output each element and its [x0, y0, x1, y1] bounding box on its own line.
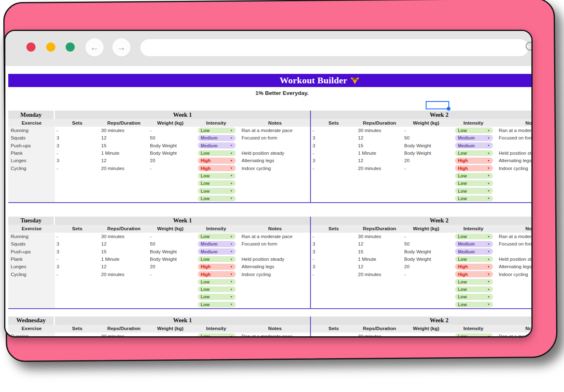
- column-header[interactable]: Notes: [240, 325, 310, 333]
- cell-sets[interactable]: 3: [310, 240, 356, 248]
- column-header[interactable]: Reps/Duration: [100, 119, 148, 127]
- cell-reps[interactable]: 30 minutes: [100, 127, 148, 134]
- cell-reps[interactable]: 1 Minute: [356, 255, 403, 263]
- cell-reps[interactable]: 1 Minute: [100, 255, 148, 263]
- cell-sets[interactable]: -: [55, 233, 100, 240]
- url-bar[interactable]: [140, 39, 528, 56]
- cell-notes[interactable]: Ran at a moderate pace: [240, 233, 310, 240]
- day-header-cell[interactable]: Tuesday: [8, 217, 55, 225]
- column-header[interactable]: Exercise: [8, 325, 55, 333]
- cell-weight[interactable]: [403, 293, 450, 300]
- cell-reps[interactable]: [356, 187, 403, 194]
- column-header[interactable]: Sets: [55, 325, 100, 333]
- cell-reps[interactable]: 12: [100, 240, 148, 248]
- column-header[interactable]: Reps/Duration: [100, 225, 148, 233]
- cell-sets[interactable]: 3: [55, 263, 100, 270]
- cell-reps[interactable]: [100, 195, 148, 202]
- column-header[interactable]: Sets: [55, 225, 100, 233]
- intensity-dropdown[interactable]: High▼: [455, 271, 493, 277]
- cell-notes[interactable]: [497, 278, 533, 286]
- cell-notes[interactable]: [497, 142, 533, 149]
- cell-reps[interactable]: [356, 179, 403, 187]
- cell-weight[interactable]: [148, 172, 192, 179]
- cell-notes[interactable]: [240, 278, 310, 286]
- cell-weight[interactable]: 20: [403, 263, 450, 270]
- cell-weight[interactable]: 50: [403, 134, 450, 142]
- cell-exercise[interactable]: [8, 286, 55, 293]
- fill-handle[interactable]: [447, 107, 450, 111]
- cell-reps[interactable]: [100, 293, 148, 300]
- cell-exercise[interactable]: [8, 293, 55, 300]
- cell-notes[interactable]: [497, 179, 533, 187]
- intensity-dropdown[interactable]: Low▼: [455, 188, 493, 194]
- column-header[interactable]: Weight (kg): [403, 119, 450, 127]
- cell-notes[interactable]: Ran at a moderate pace: [240, 127, 310, 134]
- cell-sets[interactable]: -: [310, 255, 356, 263]
- cell-exercise[interactable]: Lunges: [8, 157, 55, 164]
- intensity-dropdown[interactable]: High▼: [455, 264, 493, 270]
- intensity-dropdown[interactable]: Low▼: [455, 286, 493, 293]
- cell-reps[interactable]: 12: [356, 263, 403, 270]
- intensity-dropdown[interactable]: Medium▼: [198, 142, 236, 149]
- cell-weight[interactable]: [148, 195, 192, 202]
- cell-weight[interactable]: 50: [403, 240, 450, 248]
- intensity-dropdown[interactable]: Low▼: [198, 188, 236, 194]
- cell-exercise[interactable]: Squats: [8, 134, 55, 142]
- column-header[interactable]: Sets: [310, 225, 356, 233]
- cell-exercise[interactable]: Plank: [8, 149, 55, 157]
- cell-reps[interactable]: [356, 301, 403, 308]
- intensity-dropdown[interactable]: Low▼: [455, 173, 493, 179]
- cell-weight[interactable]: -: [148, 127, 192, 134]
- cell-exercise[interactable]: [8, 301, 55, 308]
- cell-exercise[interactable]: Running: [8, 333, 55, 338]
- intensity-dropdown[interactable]: Low▼: [198, 286, 236, 293]
- column-header[interactable]: Weight (kg): [148, 225, 192, 233]
- cell-sets[interactable]: [55, 195, 100, 202]
- cell-notes[interactable]: Alternating legs: [240, 263, 310, 270]
- intensity-dropdown[interactable]: Low▼: [198, 234, 236, 240]
- cell-notes[interactable]: [497, 286, 533, 293]
- column-header[interactable]: Exercise: [8, 225, 55, 233]
- intensity-dropdown[interactable]: Low▼: [455, 150, 493, 156]
- cell-notes[interactable]: Focused on form: [240, 240, 310, 248]
- column-header[interactable]: Weight (kg): [403, 325, 450, 333]
- cell-notes[interactable]: Focused on form: [240, 134, 310, 142]
- cell-reps[interactable]: 15: [356, 248, 403, 255]
- cell-sets[interactable]: [310, 187, 356, 194]
- week2-header-cell[interactable]: Week 2: [310, 316, 533, 325]
- cell-notes[interactable]: [240, 179, 310, 187]
- cell-exercise[interactable]: Cycling: [8, 164, 55, 172]
- cell-notes[interactable]: Alternating legs: [240, 157, 310, 164]
- cell-notes[interactable]: Ran at a moderate pace: [497, 233, 533, 240]
- cell-weight[interactable]: -: [403, 233, 450, 240]
- column-header[interactable]: Reps/Duration: [100, 325, 148, 333]
- cell-notes[interactable]: [240, 195, 310, 202]
- intensity-dropdown[interactable]: High▼: [455, 165, 493, 171]
- cell-exercise[interactable]: Push-ups: [8, 142, 55, 149]
- cell-reps[interactable]: 12: [100, 263, 148, 270]
- cell-sets[interactable]: 3: [55, 240, 100, 248]
- column-header[interactable]: Weight (kg): [148, 325, 192, 333]
- cell-sets[interactable]: 3: [310, 157, 356, 164]
- cell-sets[interactable]: [55, 179, 100, 187]
- column-header[interactable]: Weight (kg): [403, 225, 450, 233]
- day-header-cell[interactable]: Wednesday: [8, 316, 55, 325]
- intensity-dropdown[interactable]: High▼: [455, 158, 493, 164]
- cell-exercise[interactable]: [8, 179, 55, 187]
- cell-sets[interactable]: [55, 301, 100, 308]
- cell-weight[interactable]: 50: [148, 134, 192, 142]
- intensity-dropdown[interactable]: Low▼: [198, 196, 236, 202]
- cell-reps[interactable]: 20 minutes: [100, 270, 148, 278]
- week2-header-cell[interactable]: Week 2: [310, 217, 533, 225]
- column-header[interactable]: Notes: [240, 225, 310, 233]
- cell-sets[interactable]: [310, 179, 356, 187]
- cell-sets[interactable]: [310, 286, 356, 293]
- cell-notes[interactable]: Indoor cycling: [240, 270, 310, 278]
- cell-reps[interactable]: 30 minutes: [356, 233, 403, 240]
- intensity-dropdown[interactable]: Medium▼: [455, 135, 493, 141]
- cell-reps[interactable]: 15: [100, 248, 148, 255]
- cell-notes[interactable]: [240, 301, 310, 308]
- intensity-dropdown[interactable]: Medium▼: [455, 241, 493, 247]
- cell-exercise[interactable]: [8, 195, 55, 202]
- cell-notes[interactable]: [240, 286, 310, 293]
